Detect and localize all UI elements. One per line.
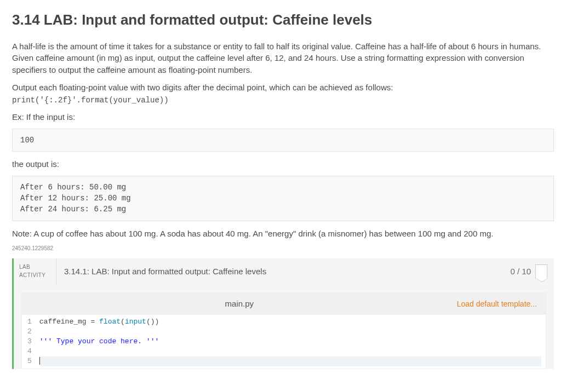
lab-header: LAB ACTIVITY 3.14.1: LAB: Input and form… <box>14 258 554 285</box>
example-output-block: After 6 hours: 50.00 mg After 12 hours: … <box>12 176 554 221</box>
editor-filename: main.py <box>22 298 457 310</box>
code-editor-panel: main.py Load default template... 1 2 3 4… <box>21 292 546 369</box>
intro-paragraph-2: Output each floating-point value with tw… <box>12 82 554 106</box>
content-hash-id: 245240.1229582 <box>12 245 554 253</box>
lab-activity-card: LAB ACTIVITY 3.14.1: LAB: Input and form… <box>12 258 554 369</box>
editor-toolbar: main.py Load default template... <box>22 293 546 315</box>
page-title: 3.14 LAB: Input and formatted output: Ca… <box>12 10 554 31</box>
load-default-template-link[interactable]: Load default template... <box>457 298 546 309</box>
line-number-gutter: 1 2 3 4 5 <box>22 315 35 368</box>
lab-activity-tag: LAB ACTIVITY <box>14 258 56 285</box>
intro-paragraph-1: A half-life is the amount of time it tak… <box>12 41 554 76</box>
example-input-label: Ex: If the input is: <box>12 111 554 123</box>
text-cursor-icon <box>39 357 40 365</box>
score-badge-icon <box>535 264 547 279</box>
print-example-code: print('{:.2f}'.format(your_value)) <box>12 96 169 105</box>
note-paragraph: Note: A cup of coffee has about 100 mg. … <box>12 228 554 240</box>
lab-activity-title: 3.14.1: LAB: Input and formatted output:… <box>56 258 510 285</box>
example-output-label: the output is: <box>12 158 554 170</box>
lab-score: 0 / 10 <box>510 258 554 285</box>
code-content[interactable]: caffeine_mg = float(input()) ''' Type yo… <box>35 315 546 368</box>
code-editor[interactable]: 1 2 3 4 5 caffeine_mg = float(input()) '… <box>22 315 546 368</box>
example-input-block: 100 <box>12 129 554 152</box>
